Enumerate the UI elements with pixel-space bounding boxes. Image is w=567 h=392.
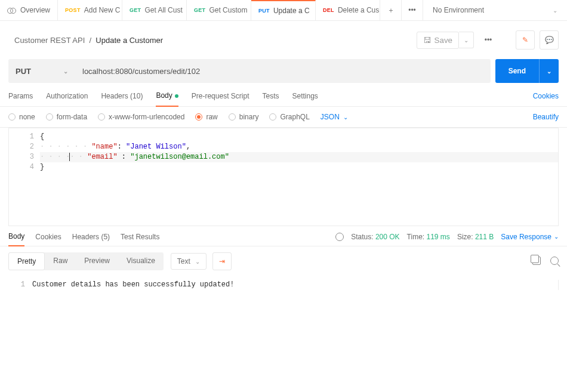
code-area[interactable]: { · · · · · · "name": "Janet Wilson", · …: [40, 128, 558, 226]
wrap-icon: ⇥: [219, 257, 225, 266]
view-preview[interactable]: Preview: [76, 252, 118, 270]
tab-update-customer[interactable]: PUT Update a C: [251, 0, 316, 20]
method-badge: POST: [65, 7, 81, 13]
response-actions: [532, 257, 559, 267]
wrap-lines-button[interactable]: ⇥: [212, 252, 232, 270]
chevron-down-icon: ⌄: [63, 68, 68, 75]
view-pretty[interactable]: Pretty: [8, 252, 45, 270]
radio-label: binary: [239, 113, 259, 121]
text-caret: [69, 153, 70, 161]
status-label: Status:: [351, 233, 373, 241]
search-response-button[interactable]: [550, 257, 559, 267]
breadcrumb-item: Update a Customer: [95, 36, 163, 45]
view-raw[interactable]: Raw: [45, 252, 76, 270]
view-mode-segment: Pretty Raw Preview Visualize: [8, 252, 164, 270]
response-body-viewer[interactable]: 1 Customer details has been successfully…: [0, 276, 567, 290]
url-input[interactable]: [75, 59, 491, 83]
save-label: Save: [435, 36, 452, 45]
response-meta: Status: 200 OK Time: 119 ms Size: 211 B …: [335, 233, 559, 246]
raw-format-label: JSON: [321, 113, 340, 121]
save-options-button[interactable]: ⌄: [459, 32, 474, 48]
tab-label: Get All Cust: [144, 6, 182, 14]
breadcrumb-sep: /: [89, 36, 91, 45]
response-line-gutter: 1: [8, 280, 32, 290]
copy-response-button[interactable]: [532, 257, 541, 267]
json-key-name: "name": [91, 143, 117, 151]
radio-xform[interactable]: x-www-form-urlencoded: [98, 113, 184, 121]
tab-params[interactable]: Params: [8, 92, 33, 106]
cookies-link[interactable]: Cookies: [533, 92, 559, 106]
tab-tests[interactable]: Tests: [262, 92, 279, 106]
save-button[interactable]: 🖫 Save: [417, 32, 459, 49]
radio-graphql[interactable]: GraphQL: [269, 113, 309, 121]
tab-add-new-customer[interactable]: POST Add New C: [58, 0, 122, 20]
breadcrumb-collection[interactable]: Customer REST API: [14, 36, 85, 45]
response-tab-body[interactable]: Body: [8, 232, 24, 246]
save-response-label: Save Response: [501, 233, 551, 241]
time-value: 119 ms: [427, 233, 450, 241]
method-badge: GET: [194, 7, 205, 13]
send-button[interactable]: Send: [495, 59, 539, 83]
response-format-label: Text: [177, 257, 190, 266]
radio-binary[interactable]: binary: [229, 113, 259, 121]
send-options-button[interactable]: ⌄: [539, 59, 559, 83]
size-value: 211 B: [475, 233, 494, 241]
json-key-email: "email": [87, 153, 117, 161]
body-type-row: none form-data x-www-form-urlencoded raw…: [0, 107, 567, 128]
tab-label: Get Custom: [209, 6, 247, 14]
raw-format-selector[interactable]: JSON ⌄: [321, 113, 348, 121]
radio-none[interactable]: none: [8, 113, 35, 121]
pencil-icon: ✎: [522, 36, 528, 44]
tab-label: Delete a Cus: [338, 6, 379, 14]
modified-indicator-icon: [175, 94, 178, 98]
save-icon: 🖫: [423, 36, 431, 45]
tab-label: Add New C: [84, 6, 121, 14]
view-visualize[interactable]: Visualize: [118, 252, 164, 270]
radio-label: x-www-form-urlencoded: [109, 113, 184, 121]
send-label: Send: [509, 67, 526, 75]
overview-icon: [7, 6, 16, 14]
response-view-bar: Pretty Raw Preview Visualize Text ⌄ ⇥: [0, 246, 567, 276]
chevron-down-icon: ⌄: [343, 114, 348, 121]
tab-authorization[interactable]: Authorization: [46, 92, 88, 106]
response-format-selector[interactable]: Text ⌄: [171, 253, 207, 270]
status-value: 200 OK: [375, 233, 400, 241]
chevron-down-icon: ⌄: [553, 7, 557, 14]
comment-icon: 💬: [545, 36, 554, 44]
tab-overview[interactable]: Overview: [0, 0, 58, 20]
tab-body[interactable]: Body: [156, 91, 178, 107]
comments-button[interactable]: 💬: [540, 30, 559, 50]
response-tab-cookies[interactable]: Cookies: [35, 233, 61, 246]
tab-prerequest[interactable]: Pre-request Script: [192, 92, 249, 106]
environment-selector[interactable]: No Environment ⌄: [423, 0, 567, 20]
copy-icon: [532, 257, 541, 265]
time-label: Time:: [407, 233, 425, 241]
radio-form-data[interactable]: form-data: [46, 113, 87, 121]
environment-label: No Environment: [433, 6, 484, 14]
method-selector[interactable]: PUT ⌄: [8, 59, 75, 83]
tab-get-customer[interactable]: GET Get Custom: [187, 0, 251, 20]
radio-label: GraphQL: [280, 113, 309, 121]
method-badge: PUT: [258, 8, 270, 14]
tab-actions-button[interactable]: •••: [402, 0, 423, 20]
edit-docs-button[interactable]: ✎: [516, 30, 535, 50]
request-body-editor[interactable]: 1234 { · · · · · · "name": "Janet Wilson…: [8, 128, 559, 226]
tab-headers[interactable]: Headers (10): [101, 92, 143, 106]
network-icon[interactable]: [335, 233, 344, 241]
request-tab-bar: Params Authorization Headers (10) Body P…: [0, 83, 567, 107]
tab-settings[interactable]: Settings: [292, 92, 318, 106]
save-response-button[interactable]: Save Response ⌄: [501, 233, 559, 241]
top-tab-bar: Overview POST Add New C GET Get All Cust…: [0, 0, 567, 21]
tab-label: Update a C: [273, 7, 310, 15]
tab-delete-customer[interactable]: DEL Delete a Cus: [316, 0, 380, 20]
request-more-actions[interactable]: •••: [479, 30, 498, 50]
new-tab-button[interactable]: ＋: [380, 0, 402, 20]
response-tab-headers[interactable]: Headers (5): [72, 233, 110, 246]
radio-label: form-data: [57, 113, 87, 121]
radio-raw[interactable]: raw: [195, 113, 217, 121]
tab-get-all-customers[interactable]: GET Get All Cust: [122, 0, 187, 20]
radio-label: none: [19, 113, 35, 121]
tab-overview-label: Overview: [20, 6, 50, 14]
beautify-button[interactable]: Beautify: [533, 113, 559, 121]
response-tab-tests[interactable]: Test Results: [121, 233, 159, 246]
